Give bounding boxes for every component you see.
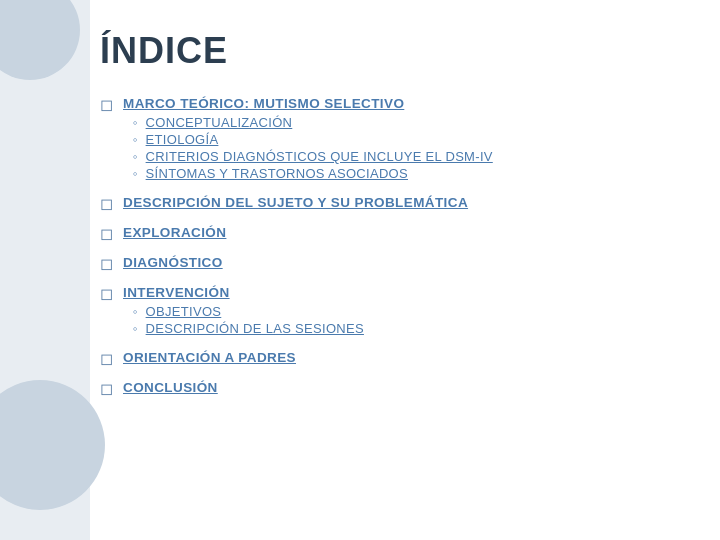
item-content: DIAGNÓSTICO [123, 253, 700, 271]
list-item: ◻ INTERVENCIÓN ◦ OBJETIVOS ◦ DESCRIPCIÓN… [100, 283, 700, 338]
list-item: ◻ MARCO TEÓRICO: MUTISMO SELECTIVO ◦ CON… [100, 94, 700, 183]
list-item: ◻ DESCRIPCIÓN DEL SUJETO Y SU PROBLEMÁTI… [100, 193, 700, 213]
item-content: EXPLORACIÓN [123, 223, 700, 241]
list-item: ◻ EXPLORACIÓN [100, 223, 700, 243]
bullet-icon: ◻ [100, 95, 113, 114]
item-content: CONCLUSIÓN [123, 378, 700, 396]
descripcion-sesiones-link[interactable]: DESCRIPCIÓN DE LAS SESIONES [146, 321, 364, 336]
sub-bullet-icon: ◦ [133, 321, 138, 336]
sub-list: ◦ OBJETIVOS ◦ DESCRIPCIÓN DE LAS SESIONE… [133, 304, 700, 336]
descripcion-sujeto-link[interactable]: DESCRIPCIÓN DEL SUJETO Y SU PROBLEMÁTICA [123, 195, 468, 210]
diagnostico-link[interactable]: DIAGNÓSTICO [123, 255, 223, 270]
bullet-icon: ◻ [100, 194, 113, 213]
item-content: INTERVENCIÓN ◦ OBJETIVOS ◦ DESCRIPCIÓN D… [123, 283, 700, 338]
sintomas-link[interactable]: SÍNTOMAS Y TRASTORNOS ASOCIADOS [146, 166, 408, 181]
objetivos-link[interactable]: OBJETIVOS [146, 304, 222, 319]
sub-list-item: ◦ CRITERIOS DIAGNÓSTICOS QUE INCLUYE EL … [133, 149, 700, 164]
sub-list-item: ◦ CONCEPTUALIZACIÓN [133, 115, 700, 130]
orientacion-padres-link[interactable]: ORIENTACIÓN A PADRES [123, 350, 296, 365]
exploracion-link[interactable]: EXPLORACIÓN [123, 225, 226, 240]
page-title: ÍNDICE [100, 30, 700, 72]
sub-bullet-icon: ◦ [133, 149, 138, 164]
list-item: ◻ CONCLUSIÓN [100, 378, 700, 398]
index-list: ◻ MARCO TEÓRICO: MUTISMO SELECTIVO ◦ CON… [100, 94, 700, 398]
item-content: DESCRIPCIÓN DEL SUJETO Y SU PROBLEMÁTICA [123, 193, 700, 211]
bullet-icon: ◻ [100, 224, 113, 243]
sub-bullet-icon: ◦ [133, 166, 138, 181]
sub-list: ◦ CONCEPTUALIZACIÓN ◦ ETIOLOGÍA ◦ CRITER… [133, 115, 700, 181]
intervencion-link[interactable]: INTERVENCIÓN [123, 285, 230, 300]
bullet-icon: ◻ [100, 349, 113, 368]
sub-bullet-icon: ◦ [133, 132, 138, 147]
sub-bullet-icon: ◦ [133, 304, 138, 319]
sub-bullet-icon: ◦ [133, 115, 138, 130]
bullet-icon: ◻ [100, 379, 113, 398]
item-content: ORIENTACIÓN A PADRES [123, 348, 700, 366]
conclusion-link[interactable]: CONCLUSIÓN [123, 380, 218, 395]
sub-list-item: ◦ OBJETIVOS [133, 304, 700, 319]
main-content: ÍNDICE ◻ MARCO TEÓRICO: MUTISMO SELECTIV… [100, 30, 700, 520]
bullet-icon: ◻ [100, 284, 113, 303]
criterios-link[interactable]: CRITERIOS DIAGNÓSTICOS QUE INCLUYE EL DS… [146, 149, 493, 164]
list-item: ◻ ORIENTACIÓN A PADRES [100, 348, 700, 368]
bullet-icon: ◻ [100, 254, 113, 273]
sub-list-item: ◦ SÍNTOMAS Y TRASTORNOS ASOCIADOS [133, 166, 700, 181]
sub-list-item: ◦ ETIOLOGÍA [133, 132, 700, 147]
etiologia-link[interactable]: ETIOLOGÍA [146, 132, 219, 147]
marco-teorico-link[interactable]: MARCO TEÓRICO: MUTISMO SELECTIVO [123, 96, 404, 111]
item-content: MARCO TEÓRICO: MUTISMO SELECTIVO ◦ CONCE… [123, 94, 700, 183]
conceptualizacion-link[interactable]: CONCEPTUALIZACIÓN [146, 115, 293, 130]
sub-list-item: ◦ DESCRIPCIÓN DE LAS SESIONES [133, 321, 700, 336]
list-item: ◻ DIAGNÓSTICO [100, 253, 700, 273]
